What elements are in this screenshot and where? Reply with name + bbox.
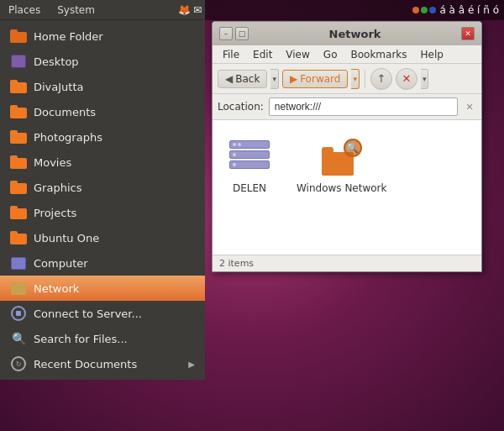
- browser-icon: 🦊: [178, 4, 191, 16]
- places-item-projects[interactable]: Projects: [0, 200, 205, 225]
- server-row-3: [229, 160, 270, 169]
- file-manager-window: – □ Network ✕ File Edit View Go Bookmark…: [212, 21, 482, 272]
- network-icon: [10, 280, 27, 297]
- file-toolbar: ◀ Back ▾ ▶ Forward ▾ ↑ ✕ ▾: [213, 64, 481, 94]
- forward-label: Forward: [300, 73, 340, 85]
- location-label: Location:: [218, 101, 264, 113]
- places-label-projects: Projects: [34, 207, 76, 219]
- forward-dropdown[interactable]: ▾: [351, 69, 360, 89]
- places-label-movies: Movies: [34, 156, 71, 169]
- desktop-icon: [10, 53, 27, 70]
- forward-button[interactable]: ▶ Forward: [282, 70, 349, 88]
- tab-icons: 🦊 ✉: [178, 4, 205, 16]
- places-label-desktop: Desktop: [34, 55, 79, 68]
- places-label-photographs: Photographs: [34, 131, 102, 144]
- computer-icon: [10, 255, 27, 271]
- movies-icon: [10, 154, 27, 171]
- location-clear-button[interactable]: ✕: [463, 100, 476, 113]
- tab-system[interactable]: System: [49, 0, 103, 19]
- places-item-graphics[interactable]: Graphics: [0, 175, 205, 200]
- divajutta-icon: [10, 78, 27, 95]
- places-item-movies[interactable]: Movies: [0, 150, 205, 175]
- file-item-windows-network[interactable]: 🔍 Windows Network: [293, 134, 390, 197]
- places-item-ubuntu-one[interactable]: Ubuntu One: [0, 225, 205, 250]
- places-panel: Places System 🦊 ✉ Home Folder Desktop Di…: [0, 0, 205, 380]
- window-controls-left: – □: [219, 27, 249, 40]
- menu-view[interactable]: View: [279, 47, 316, 62]
- back-icon: ◀: [225, 73, 233, 85]
- places-item-home-folder[interactable]: Home Folder: [0, 24, 205, 49]
- location-bar: Location: ✕: [213, 94, 481, 120]
- projects-icon: [10, 204, 27, 221]
- back-dropdown[interactable]: ▾: [270, 69, 279, 89]
- places-label-documents: Documents: [34, 106, 96, 118]
- places-item-documents[interactable]: Documents: [0, 99, 205, 124]
- window-title: Network: [249, 28, 461, 40]
- close-button[interactable]: ✕: [461, 27, 475, 40]
- menu-go[interactable]: Go: [317, 47, 344, 62]
- places-label-ubuntu-one: Ubuntu One: [34, 232, 99, 244]
- ubuntu-one-icon: [10, 229, 27, 246]
- file-titlebar: – □ Network ✕: [213, 22, 481, 45]
- forward-icon: ▶: [290, 73, 297, 85]
- file-content-area: DELEN 🔍 Windows Network: [213, 120, 481, 255]
- ubuntu-dot-1: [412, 7, 419, 13]
- places-item-divajutta[interactable]: DivaJutta: [0, 74, 205, 99]
- home-folder-icon: [10, 28, 27, 45]
- places-item-photographs[interactable]: Photographs: [0, 124, 205, 150]
- menu-tabs: Places System 🦊 ✉: [0, 0, 205, 20]
- top-bar-chars: á à â é í ñ ó: [439, 4, 499, 16]
- delen-icon: [229, 137, 270, 177]
- mail-icon: ✉: [193, 4, 202, 16]
- server-row-1: [229, 140, 270, 149]
- back-button[interactable]: ◀ Back: [218, 70, 267, 88]
- up-button[interactable]: ↑: [370, 68, 392, 90]
- windows-network-icon: 🔍: [322, 137, 362, 177]
- places-list: Home Folder Desktop DivaJutta Documents: [0, 20, 205, 380]
- extra-dropdown[interactable]: ▾: [421, 69, 429, 89]
- places-label-graphics: Graphics: [34, 181, 81, 194]
- places-item-network[interactable]: Network: [0, 276, 205, 301]
- winnet-search-overlay: 🔍: [344, 139, 362, 157]
- file-menubar: File Edit View Go Bookmarks Help: [213, 45, 481, 64]
- maximize-button[interactable]: □: [235, 27, 249, 40]
- places-item-connect-to-server[interactable]: Connect to Server...: [0, 301, 205, 326]
- windows-network-label: Windows Network: [297, 182, 386, 194]
- menu-bookmarks[interactable]: Bookmarks: [344, 47, 413, 62]
- stop-button[interactable]: ✕: [396, 68, 417, 90]
- location-input[interactable]: [269, 97, 458, 116]
- places-item-desktop[interactable]: Desktop: [0, 49, 205, 74]
- places-item-recent-documents[interactable]: ↻ Recent Documents: [0, 351, 205, 376]
- ubuntu-dot-3: [429, 7, 436, 13]
- places-label-network: Network: [34, 282, 79, 295]
- delen-label: DELEN: [233, 182, 266, 194]
- connect-server-icon: [10, 305, 27, 322]
- search-icon: 🔍: [10, 330, 27, 347]
- places-item-computer[interactable]: Computer: [0, 250, 205, 276]
- ubuntu-dot-2: [421, 7, 428, 13]
- tab-places[interactable]: Places: [0, 0, 49, 19]
- recent-docs-icon: ↻: [10, 355, 27, 372]
- documents-icon: [10, 103, 27, 120]
- back-label: Back: [235, 73, 260, 85]
- places-item-search-for-files[interactable]: 🔍 Search for Files...: [0, 326, 205, 351]
- places-label-recent-documents: Recent Documents: [34, 358, 137, 371]
- toolbar-separator-1: [365, 70, 365, 88]
- ubuntu-logo: [412, 7, 436, 13]
- file-statusbar: 2 items: [213, 255, 481, 271]
- places-label-connect-to-server: Connect to Server...: [34, 307, 142, 320]
- server-row-2: [229, 150, 270, 159]
- photographs-icon: [10, 129, 27, 145]
- status-text: 2 items: [219, 258, 254, 269]
- places-label-home-folder: Home Folder: [34, 30, 103, 43]
- menu-help[interactable]: Help: [414, 47, 450, 62]
- places-label-divajutta: DivaJutta: [34, 81, 84, 93]
- menu-edit[interactable]: Edit: [246, 47, 279, 62]
- graphics-icon: [10, 179, 27, 196]
- menu-file[interactable]: File: [216, 47, 246, 62]
- file-item-delen[interactable]: DELEN: [226, 134, 273, 197]
- places-label-computer: Computer: [34, 257, 88, 270]
- places-label-search-for-files: Search for Files...: [34, 333, 128, 345]
- minimize-button[interactable]: –: [219, 27, 233, 40]
